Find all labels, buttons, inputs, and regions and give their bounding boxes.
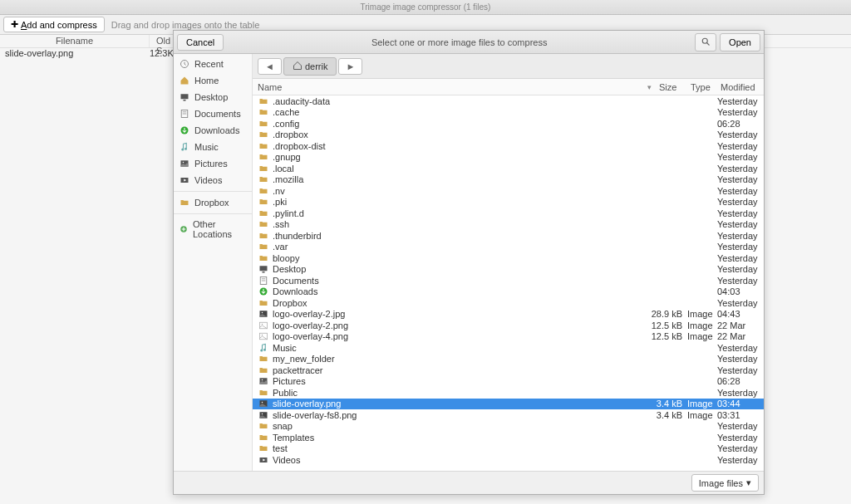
file-modified: Yesterday bbox=[716, 174, 759, 184]
file-modified: Yesterday bbox=[716, 231, 759, 241]
music-icon bbox=[258, 343, 269, 353]
file-row[interactable]: TemplatesYesterday bbox=[253, 432, 764, 443]
folder-icon bbox=[179, 197, 190, 208]
sidebar-item-other-locations[interactable]: Other Locations bbox=[174, 217, 252, 242]
desktop-icon bbox=[258, 264, 269, 274]
file-name: .pki bbox=[273, 197, 646, 207]
file-row[interactable]: snapYesterday bbox=[253, 421, 764, 433]
file-row[interactable]: testYesterday bbox=[253, 443, 764, 455]
file-type: Image bbox=[682, 410, 716, 420]
sidebar-item-recent[interactable]: Recent bbox=[174, 56, 252, 72]
file-name: .cache bbox=[273, 107, 646, 117]
image-icon bbox=[258, 410, 269, 420]
file-list[interactable]: .audacity-dataYesterday.cacheYesterday.c… bbox=[253, 95, 764, 471]
file-name: Dropbox bbox=[273, 298, 646, 308]
file-row[interactable]: logo-overlay-2.png12.5 kBImage22 Mar bbox=[253, 320, 764, 331]
svg-rect-4 bbox=[184, 100, 186, 101]
file-row[interactable]: .localYesterday bbox=[253, 163, 764, 174]
file-row[interactable]: .config06:28 bbox=[253, 118, 764, 130]
file-modified: Yesterday bbox=[716, 107, 759, 117]
folder-icon bbox=[258, 253, 269, 263]
svg-point-0 bbox=[702, 38, 707, 43]
file-name: snap bbox=[273, 421, 646, 431]
search-icon bbox=[701, 38, 711, 48]
file-row[interactable]: .audacity-dataYesterday bbox=[253, 95, 764, 107]
file-row[interactable]: .gnupgYesterday bbox=[253, 152, 764, 164]
window-titlebar: Trimage image compressor (1 files) bbox=[0, 0, 851, 15]
file-row[interactable]: Pictures06:28 bbox=[253, 376, 764, 388]
file-row[interactable]: slide-overlay.png3.4 kBImage03:44 bbox=[253, 399, 764, 410]
sidebar-item-home[interactable]: Home bbox=[174, 72, 252, 89]
file-row[interactable]: .dropbox-distYesterday bbox=[253, 140, 764, 152]
file-type: Image bbox=[682, 331, 716, 341]
file-row[interactable]: .pylint.dYesterday bbox=[253, 208, 764, 219]
file-row[interactable]: DropboxYesterday bbox=[253, 297, 764, 309]
file-row[interactable]: .dropboxYesterday bbox=[253, 130, 764, 141]
file-name: .audacity-data bbox=[273, 96, 646, 106]
sidebar-item-pictures[interactable]: Pictures bbox=[174, 155, 252, 172]
file-row[interactable]: .pkiYesterday bbox=[253, 197, 764, 208]
file-modified: Yesterday bbox=[716, 96, 759, 106]
file-name: .var bbox=[273, 242, 646, 252]
add-compress-button[interactable]: ✚ Add and compress bbox=[3, 17, 105, 32]
file-row[interactable]: .nvYesterday bbox=[253, 185, 764, 197]
search-button[interactable] bbox=[695, 33, 716, 51]
file-row[interactable]: .varYesterday bbox=[253, 242, 764, 253]
file-row[interactable]: logo-overlay-4.png12.5 kBImage22 Mar bbox=[253, 331, 764, 343]
file-type-filter[interactable]: Image files ▾ bbox=[691, 474, 759, 492]
file-modified: Yesterday bbox=[716, 141, 759, 151]
file-row[interactable]: DocumentsYesterday bbox=[253, 275, 764, 286]
svg-point-34 bbox=[262, 413, 263, 415]
file-row[interactable]: slide-overlay-fs8.png3.4 kBImage03:31 bbox=[253, 409, 764, 421]
file-row[interactable]: PublicYesterday bbox=[253, 387, 764, 399]
sort-indicator-icon[interactable]: ▾ bbox=[647, 83, 659, 91]
col-modified[interactable]: Modified bbox=[721, 82, 764, 92]
file-row[interactable]: .mozillaYesterday bbox=[253, 174, 764, 186]
sidebar: RecentHomeDesktopDocumentsDownloadsMusic… bbox=[174, 54, 253, 471]
file-row[interactable]: .cacheYesterday bbox=[253, 107, 764, 119]
window-title: Trimage image compressor (1 files) bbox=[361, 2, 491, 12]
file-row[interactable]: .sshYesterday bbox=[253, 219, 764, 231]
path-segment-home[interactable]: derrik bbox=[283, 57, 337, 76]
col-filename[interactable]: Filename bbox=[0, 35, 150, 47]
file-row[interactable]: packettracerYesterday bbox=[253, 365, 764, 376]
sidebar-item-downloads[interactable]: Downloads bbox=[174, 122, 252, 139]
file-row[interactable]: bloopyYesterday bbox=[253, 252, 764, 264]
path-back-button[interactable]: ◄ bbox=[258, 58, 282, 75]
cancel-button[interactable]: Cancel bbox=[177, 34, 224, 51]
col-old[interactable]: Old S bbox=[150, 35, 175, 47]
folder-icon bbox=[258, 197, 269, 207]
file-row[interactable]: DesktopYesterday bbox=[253, 264, 764, 276]
folder-icon bbox=[258, 141, 269, 151]
svg-line-1 bbox=[707, 42, 710, 45]
sidebar-item-label: Videos bbox=[194, 175, 222, 185]
file-name: .ssh bbox=[273, 219, 646, 229]
folder-icon bbox=[258, 130, 269, 139]
sidebar-item-videos[interactable]: Videos bbox=[174, 172, 252, 188]
folder-icon bbox=[258, 242, 269, 252]
sidebar-item-documents[interactable]: Documents bbox=[174, 105, 252, 122]
sidebar-item-music[interactable]: Music bbox=[174, 139, 252, 155]
col-name[interactable]: Name bbox=[258, 82, 647, 92]
sidebar-separator bbox=[174, 213, 252, 214]
file-row[interactable]: VideosYesterday bbox=[253, 454, 764, 466]
sidebar-item-label: Pictures bbox=[194, 159, 228, 169]
file-name: Music bbox=[273, 343, 646, 353]
file-row[interactable]: my_new_folderYesterday bbox=[253, 354, 764, 365]
clock-icon bbox=[179, 58, 190, 70]
col-type[interactable]: Type bbox=[691, 82, 721, 92]
file-name: .nv bbox=[273, 186, 646, 196]
file-row[interactable]: Downloads04:03 bbox=[253, 286, 764, 298]
open-button[interactable]: Open bbox=[720, 33, 760, 51]
sidebar-item-label: Home bbox=[194, 76, 219, 86]
sidebar-item-dropbox[interactable]: Dropbox bbox=[174, 194, 252, 211]
file-row[interactable]: MusicYesterday bbox=[253, 342, 764, 354]
file-row[interactable]: .thunderbirdYesterday bbox=[253, 230, 764, 242]
col-size[interactable]: Size bbox=[659, 82, 691, 92]
file-name: logo-overlay-2.jpg bbox=[273, 309, 646, 319]
file-row[interactable]: logo-overlay-2.jpg28.9 kBImage04:43 bbox=[253, 309, 764, 321]
image-g-icon bbox=[258, 331, 269, 341]
folder-icon bbox=[258, 107, 269, 117]
path-next-button[interactable]: ► bbox=[338, 58, 362, 75]
sidebar-item-desktop[interactable]: Desktop bbox=[174, 89, 252, 105]
